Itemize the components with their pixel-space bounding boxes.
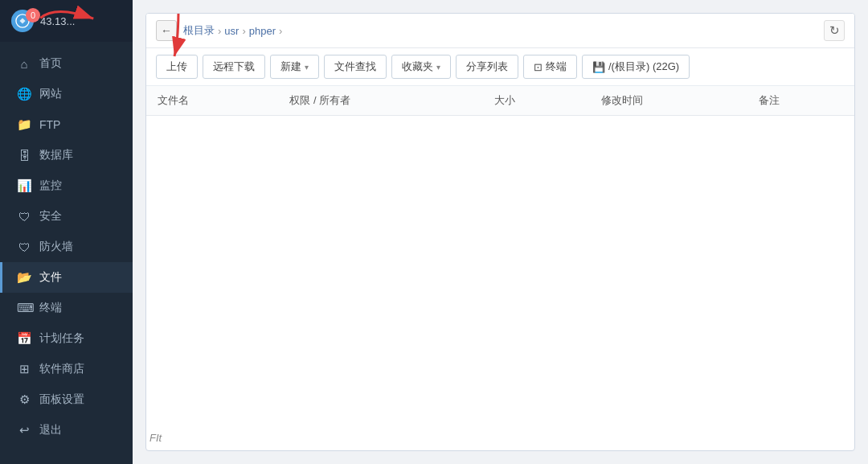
file-search-label: 文件查找 (334, 60, 376, 74)
security-icon: 🛡 (17, 210, 31, 224)
sidebar-item-label-settings: 面板设置 (39, 392, 84, 407)
root-disk-button[interactable]: 💾 /(根目录) (22G) (582, 55, 690, 79)
sidebar-item-terminal[interactable]: ⌨终端 (0, 293, 133, 323)
toolbar: 上传 远程下载 新建 ▾ 文件查找 收藏夹 ▾ 分享列表 ⊡ 终端 (146, 48, 854, 86)
breadcrumb-sep-2: › (242, 25, 245, 37)
terminal-icon: ⊡ (534, 61, 542, 73)
terminal-button[interactable]: ⊡ 终端 (523, 55, 577, 79)
sidebar-item-monitor[interactable]: 📊监控 (0, 170, 133, 201)
terminal-icon: ⌨ (17, 301, 31, 315)
main-content: ← 根目录 › usr › phper › ↻ 上传 远程下载 新建 ▾ (133, 0, 868, 464)
favorites-label: 收藏夹 (402, 60, 433, 74)
sidebar-item-tasks[interactable]: 📅计划任务 (0, 323, 133, 354)
upload-button[interactable]: 上传 (156, 55, 198, 79)
favorites-button[interactable]: 收藏夹 ▾ (391, 55, 451, 79)
sidebar-item-appstore[interactable]: ⊞软件商店 (0, 354, 133, 384)
ftp-icon: 📁 (17, 117, 31, 132)
sidebar-item-label-website: 网站 (39, 87, 62, 101)
col-note: 备注 (747, 86, 854, 116)
website-icon: 🌐 (17, 87, 31, 101)
new-label: 新建 (280, 60, 301, 74)
files-icon: 📂 (17, 270, 31, 285)
breadcrumb-phper[interactable]: phper (249, 25, 276, 37)
share-list-label: 分享列表 (466, 60, 508, 74)
disk-icon: 💾 (592, 61, 605, 73)
settings-icon: ⚙ (17, 392, 31, 407)
terminal-label: 终端 (546, 60, 567, 74)
sidebar-item-logout[interactable]: ↩退出 (0, 415, 133, 446)
sidebar-item-database[interactable]: 🗄数据库 (0, 140, 133, 170)
new-dropdown-icon: ▾ (305, 63, 309, 72)
sidebar-item-ftp[interactable]: 📁FTP (0, 109, 133, 140)
file-table: 文件名 权限 / 所有者 大小 修改时间 备注 (146, 86, 854, 450)
appstore-icon: ⊞ (17, 362, 31, 376)
col-modified: 修改时间 (590, 86, 747, 116)
sidebar-item-files[interactable]: 📂文件 (0, 262, 133, 293)
tasks-icon: 📅 (17, 331, 31, 346)
sidebar-nav: ⌂首页🌐网站📁FTP🗄数据库📊监控🛡安全🛡防火墙📂文件⌨终端📅计划任务⊞软件商店… (0, 42, 133, 464)
breadcrumb-sep-3: › (279, 25, 282, 37)
favorites-dropdown-icon: ▾ (436, 63, 440, 72)
new-button[interactable]: 新建 ▾ (270, 55, 319, 79)
sidebar-item-label-appstore: 软件商店 (39, 362, 84, 376)
breadcrumb-sep-1: › (218, 25, 221, 37)
share-list-button[interactable]: 分享列表 (456, 55, 518, 79)
col-filename: 文件名 (146, 86, 278, 116)
sidebar-item-label-firewall: 防火墙 (39, 240, 73, 254)
database-icon: 🗄 (17, 149, 31, 162)
col-permission: 权限 / 所有者 (278, 86, 483, 116)
sidebar-item-security[interactable]: 🛡安全 (0, 201, 133, 232)
root-disk-label: /(根目录) (22G) (608, 60, 679, 74)
sidebar-item-label-files: 文件 (39, 270, 62, 285)
sidebar-item-label-tasks: 计划任务 (39, 331, 84, 346)
logout-icon: ↩ (17, 423, 31, 437)
remote-download-button[interactable]: 远程下载 (203, 55, 265, 79)
sidebar-item-settings[interactable]: ⚙面板设置 (0, 384, 133, 415)
sidebar-item-label-ftp: FTP (39, 118, 60, 131)
breadcrumb-usr[interactable]: usr (224, 25, 239, 37)
sidebar-header: 43.13... 0 (0, 0, 133, 42)
sidebar-item-website[interactable]: 🌐网站 (0, 79, 133, 109)
sidebar-item-label-home: 首页 (39, 56, 62, 71)
fit-label: FIt (149, 432, 162, 444)
breadcrumb: 根目录 › usr › phper › (183, 23, 817, 38)
sidebar-item-label-security: 安全 (39, 209, 62, 224)
sidebar: 43.13... 0 ⌂首页🌐网站📁FTP🗄数据库📊监控🛡安全🛡防火墙📂文件⌨终… (0, 0, 133, 464)
sidebar-item-label-terminal: 终端 (39, 301, 62, 315)
refresh-button[interactable]: ↻ (824, 20, 845, 41)
monitor-icon: 📊 (17, 179, 31, 193)
col-size: 大小 (483, 86, 590, 116)
home-icon: ⌂ (17, 57, 31, 71)
file-search-button[interactable]: 文件查找 (324, 55, 387, 79)
path-bar: ← 根目录 › usr › phper › ↻ (146, 14, 854, 48)
remote-download-label: 远程下载 (213, 60, 255, 74)
breadcrumb-root[interactable]: 根目录 (183, 23, 215, 38)
firewall-icon: 🛡 (17, 240, 31, 254)
sidebar-item-label-database: 数据库 (39, 148, 73, 162)
sidebar-item-label-logout: 退出 (39, 423, 62, 437)
sidebar-item-label-monitor: 监控 (39, 179, 62, 193)
upload-label: 上传 (166, 60, 187, 74)
file-manager: ← 根目录 › usr › phper › ↻ 上传 远程下载 新建 ▾ (145, 13, 855, 451)
path-back-button[interactable]: ← (156, 20, 177, 41)
sidebar-item-firewall[interactable]: 🛡防火墙 (0, 232, 133, 262)
